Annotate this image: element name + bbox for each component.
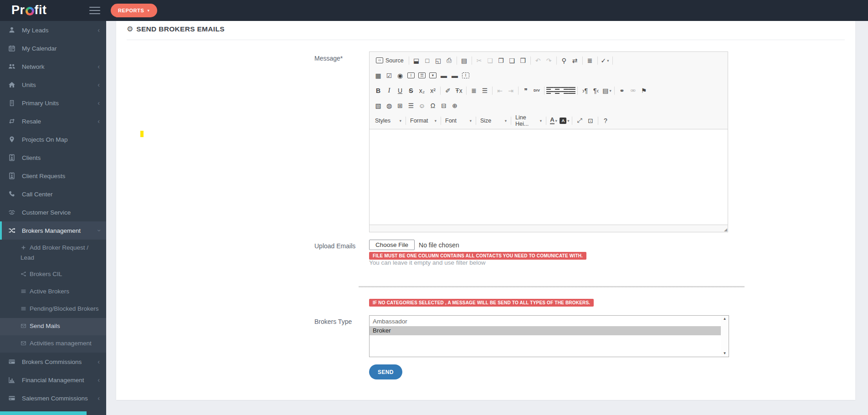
- undo-icon: ↶: [533, 55, 544, 66]
- paste-text-icon[interactable]: ❑: [507, 55, 518, 66]
- sidebar-item-call-center[interactable]: Call Center: [0, 185, 106, 203]
- text-direction-ltr-icon[interactable]: ›¶: [580, 85, 591, 96]
- find-icon[interactable]: ⚲: [559, 55, 570, 66]
- sidebar-item-my-calendar[interactable]: My Calendar: [0, 39, 106, 57]
- spellcheck-icon[interactable]: ✓▾: [600, 55, 611, 66]
- checkbox-icon[interactable]: ☑: [384, 70, 395, 81]
- flash-icon[interactable]: ◍: [384, 100, 395, 111]
- editor-content[interactable]: [370, 129, 728, 225]
- sidebar-item-brokers-management[interactable]: Brokers Management‹: [0, 221, 106, 240]
- select-field-icon[interactable]: ▾: [427, 70, 438, 81]
- form-icon[interactable]: ▦: [373, 70, 384, 81]
- bold-icon[interactable]: B: [373, 85, 384, 96]
- toolbar-separator: [466, 87, 467, 95]
- styles-dropdown[interactable]: Styles▾: [373, 116, 404, 126]
- align-right-icon[interactable]: [561, 85, 568, 96]
- page-break-icon[interactable]: ⊟: [438, 100, 449, 111]
- sidebar-item-projects-on-map[interactable]: Projects On Map: [0, 130, 106, 149]
- bulleted-list-icon[interactable]: ☰: [479, 85, 490, 96]
- text-color-icon[interactable]: A▾: [548, 115, 559, 126]
- underline-icon[interactable]: U: [395, 85, 406, 96]
- radio-icon[interactable]: ◉: [395, 70, 406, 81]
- sidebar-item-my-leads[interactable]: My Leads‹: [0, 21, 106, 39]
- option-broker[interactable]: Broker: [370, 326, 721, 335]
- button-icon[interactable]: ▬: [438, 70, 449, 81]
- strike-icon[interactable]: S: [406, 85, 416, 96]
- align-left-icon[interactable]: [546, 85, 554, 96]
- superscript-icon[interactable]: x²: [427, 85, 438, 96]
- horizontal-rule-icon[interactable]: ☰: [406, 100, 416, 111]
- link-icon[interactable]: ⚭: [616, 85, 627, 96]
- sidebar-item-clients[interactable]: Clients: [0, 149, 106, 167]
- maximize-icon[interactable]: ⤢: [574, 115, 585, 126]
- sidebar-subitem-brokers-cil[interactable]: Brokers CIL: [0, 266, 106, 283]
- line-height-dropdown[interactable]: Line Hei...▾: [513, 116, 544, 126]
- div-icon[interactable]: DIV: [531, 85, 542, 96]
- show-blocks-icon[interactable]: ⊡: [585, 115, 596, 126]
- hidden-field-icon[interactable]: I: [460, 70, 471, 81]
- sidebar-item-resale[interactable]: Resale‹: [0, 112, 106, 130]
- source-button[interactable]: ‹›Source: [373, 55, 407, 66]
- sidebar-item-salesmen-commissions[interactable]: Salesmen Commissions‹: [0, 389, 106, 407]
- subscript-icon[interactable]: x₂: [416, 85, 427, 96]
- new-page-icon[interactable]: □: [422, 55, 433, 66]
- paste-word-icon[interactable]: ❒: [518, 55, 529, 66]
- image-button-icon[interactable]: ▬: [449, 70, 460, 81]
- print-icon[interactable]: ⎙: [444, 55, 455, 66]
- choose-file-button[interactable]: Choose File: [369, 240, 415, 250]
- menu-toggle-icon[interactable]: [89, 7, 100, 14]
- replace-icon[interactable]: ⇄: [570, 55, 580, 66]
- horizontal-rule-icon-glyph: ☰: [408, 102, 414, 109]
- sidebar-item-brokers-commissions[interactable]: Brokers Commissions‹: [0, 353, 106, 371]
- align-justify-icon[interactable]: [568, 85, 575, 96]
- subscript-icon-glyph: x₂: [419, 87, 425, 94]
- sidebar-subitem-pending-blocked-brokers[interactable]: Pending/Blocked Brokers: [0, 301, 106, 318]
- iframe-icon[interactable]: ⊕: [449, 100, 460, 111]
- text-direction-rtl-icon[interactable]: ¶‹: [591, 85, 601, 96]
- listbox-scrollbar[interactable]: ▲ ▼: [721, 316, 729, 357]
- background-color-icon[interactable]: A▾: [559, 115, 570, 126]
- scroll-up-icon[interactable]: ▲: [723, 317, 727, 321]
- option-ambassador[interactable]: Ambassador: [370, 317, 721, 326]
- sidebar-item-units[interactable]: Units‹: [0, 76, 106, 94]
- numbered-list-icon[interactable]: ≣: [468, 85, 479, 96]
- sidebar-item-network[interactable]: Network‹: [0, 57, 106, 76]
- table-icon[interactable]: ⊞: [395, 100, 406, 111]
- special-character-icon[interactable]: Ω: [427, 100, 438, 111]
- select-all-icon[interactable]: ≣: [585, 55, 596, 66]
- sidebar-subitem-active-brokers[interactable]: Active Brokers: [0, 283, 106, 301]
- anchor-icon[interactable]: ⚑: [638, 85, 649, 96]
- align-center-icon[interactable]: [554, 85, 561, 96]
- sidebar-subitem-add-broker-request-lead[interactable]: Add Broker Request / Lead: [0, 240, 106, 266]
- italic-icon[interactable]: I: [384, 85, 395, 96]
- textarea-icon[interactable]: ☰: [416, 70, 427, 81]
- sidebar-item-financial-management[interactable]: Financial Management‹: [0, 371, 106, 389]
- image-icon[interactable]: ▧: [373, 100, 384, 111]
- size-dropdown[interactable]: Size▾: [478, 116, 509, 126]
- sidebar-item-primary-units[interactable]: Primary Units‹: [0, 94, 106, 112]
- save-icon[interactable]: ⬓: [411, 55, 422, 66]
- text-field-icon[interactable]: I: [406, 70, 416, 81]
- preview-icon[interactable]: ◱: [433, 55, 444, 66]
- language-icon[interactable]: ▤▾: [601, 85, 612, 96]
- copy-formatting-icon[interactable]: ✐: [442, 85, 453, 96]
- remove-format-icon[interactable]: Ŧx: [453, 85, 464, 96]
- format-dropdown[interactable]: Format▾: [408, 116, 439, 126]
- sidebar-subitem-send-mails[interactable]: Send Mails: [0, 318, 106, 335]
- reports-button[interactable]: REPORTS▾: [111, 4, 157, 17]
- about-icon[interactable]: ?: [600, 115, 611, 126]
- templates-icon[interactable]: ▤: [459, 55, 470, 66]
- send-button[interactable]: SEND: [369, 364, 402, 379]
- scroll-down-icon[interactable]: ▼: [723, 352, 727, 355]
- paste-icon[interactable]: ❐: [496, 55, 507, 66]
- combo-label: Size: [480, 118, 491, 124]
- profit-logo[interactable]: Prfit: [11, 3, 47, 17]
- sidebar-item-customer-service[interactable]: Customer Service: [0, 203, 106, 221]
- smiley-icon[interactable]: ☺: [416, 100, 427, 111]
- font-dropdown[interactable]: Font▾: [443, 116, 474, 126]
- chevron-left-icon: ‹: [98, 27, 100, 33]
- blockquote-icon[interactable]: ❞: [520, 85, 531, 96]
- sidebar-item-client-requests[interactable]: Client Requests: [0, 167, 106, 185]
- resize-grip-icon[interactable]: ◢: [724, 228, 727, 232]
- sidebar-subitem-activities-management[interactable]: Activities management: [0, 335, 106, 353]
